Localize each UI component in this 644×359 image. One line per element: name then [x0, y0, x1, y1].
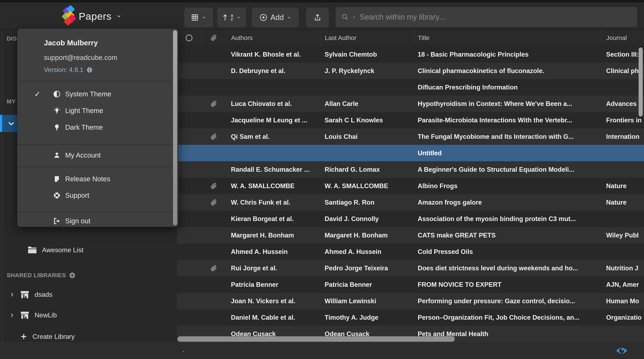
menu-item-support[interactable]: Support [17, 187, 178, 204]
table-row[interactable]: Untitled [177, 145, 644, 161]
attachment-column-header[interactable] [201, 29, 226, 46]
row-title: FROM NOVICE TO EXPERT [414, 276, 601, 293]
row-journal [601, 79, 644, 95]
papers-logo-icon [62, 6, 74, 26]
authors-column-header[interactable]: Authors [226, 29, 320, 46]
table-row[interactable]: Vikrant K. Bhosle et al. Sylvain Chemtob… [177, 46, 644, 63]
row-title: Performing under pressure: Gaze control,… [414, 293, 601, 309]
row-authors [226, 79, 320, 95]
table-row[interactable]: W. Chris Funk et al. Santiago R. Ron Ama… [177, 194, 644, 211]
info-icon[interactable] [86, 67, 93, 73]
table-row[interactable]: Qi Sam et al. Louis Chai The Fungal Myco… [177, 128, 644, 145]
journal-column-header[interactable]: Journal [601, 29, 644, 46]
row-authors: Patricia Benner [226, 276, 320, 293]
view-mode-button[interactable] [184, 8, 213, 27]
menu-scrollbar[interactable] [173, 30, 177, 225]
table-row[interactable]: Luca Chiovato et al. Allan Carle Hypothy… [177, 95, 644, 112]
menu-item-label: Support [65, 191, 89, 199]
chevron-right-icon [9, 292, 15, 298]
menu-item-system-theme[interactable]: ✓ System Theme [17, 86, 178, 102]
row-journal: Human Mo [601, 293, 644, 309]
last-author-column-header[interactable]: Last Author [320, 29, 414, 46]
sidebar-item-shared-library[interactable]: NewLib [0, 305, 177, 326]
chevron-down-icon [287, 15, 291, 20]
row-last-author: Sylvain Chemtob [320, 46, 414, 63]
row-journal: Frontiers in [601, 112, 644, 128]
table-row[interactable]: Rui Jorge et al. Pedro Jorge Teixeira Do… [177, 260, 644, 276]
app-logo[interactable]: Papers [62, 6, 122, 26]
row-authors: Luca Chiovato et al. [226, 95, 320, 112]
upload-button[interactable] [306, 8, 329, 27]
add-button[interactable]: Add [252, 8, 298, 27]
row-select-cell[interactable] [177, 211, 201, 227]
menu-item-release-notes[interactable]: Release Notes [17, 171, 178, 187]
shared-library-icon [20, 290, 30, 300]
row-journal: Nature [601, 194, 644, 211]
table-row[interactable]: D. Debruyne et al. J. P. Ryckelynck Clin… [177, 63, 644, 79]
row-authors: Daniel M. Cable et al. [226, 309, 320, 326]
row-select-cell[interactable] [177, 161, 201, 178]
menu-item-dark-theme[interactable]: Dark Theme [17, 119, 178, 136]
row-attachment-cell [201, 227, 226, 244]
table-row[interactable]: Randall E. Schumacker ... Richard G. Lom… [177, 161, 644, 178]
menu-item-my-account[interactable]: My Account [17, 147, 178, 164]
sort-arrow-icon [222, 13, 228, 21]
vertical-scrollbar[interactable] [638, 47, 643, 117]
topbar: Papers AZ Add [0, 2, 644, 29]
horizontal-scrollbar[interactable] [178, 336, 455, 342]
table-row[interactable]: Kieran Borgeat et al. David J. Connolly … [177, 211, 644, 227]
row-select-cell[interactable] [177, 260, 201, 276]
sort-button[interactable]: AZ [217, 8, 246, 27]
row-select-cell[interactable] [177, 79, 201, 95]
title-column-header[interactable]: Title [414, 29, 601, 46]
row-select-cell[interactable] [177, 227, 201, 244]
table-row[interactable]: Daniel M. Cable et al. Timothy A. Judge … [177, 309, 644, 326]
table-row[interactable]: Diflucan Prescribing Information [177, 79, 644, 95]
row-authors: Qi Sam et al. [226, 128, 320, 145]
paperclip-icon [211, 183, 217, 189]
row-last-author: Sarah C L Knowles [320, 112, 414, 128]
row-attachment-cell [201, 112, 226, 128]
row-select-cell[interactable] [177, 178, 201, 194]
row-last-author: Ahmed A. Hussein [320, 244, 414, 260]
table-row[interactable]: W. A. SMALLCOMBE W. A. SMALLCOMBE Albino… [177, 178, 644, 194]
paperclip-icon [211, 101, 217, 107]
menu-item-label: Dark Theme [65, 123, 103, 131]
menu-item-label: Light Theme [65, 107, 103, 115]
sidebar-item-awesome-list[interactable]: Awesome List [0, 242, 177, 258]
add-shared-library-icon[interactable] [69, 272, 76, 279]
row-select-cell[interactable] [177, 293, 201, 309]
row-last-author: Patricia Benner [320, 276, 414, 293]
table-row[interactable]: Patricia Benner Patricia Benner FROM NOV… [177, 276, 644, 293]
row-attachment-cell [201, 244, 226, 260]
row-select-cell[interactable] [177, 194, 201, 211]
chevron-down-icon [236, 15, 241, 20]
row-select-cell[interactable] [177, 112, 201, 128]
table-row[interactable]: Joan N. Vickers et al. William Lewinski … [177, 293, 644, 309]
row-title: Does diet strictness level during weeken… [414, 260, 601, 276]
search-bar[interactable] [336, 7, 637, 27]
search-input[interactable] [359, 12, 631, 22]
row-select-cell[interactable] [177, 95, 201, 112]
preview-eye-icon[interactable] [616, 346, 628, 355]
select-column-header[interactable] [177, 29, 201, 46]
row-select-cell[interactable] [177, 145, 201, 161]
sidebar-item-shared-library[interactable]: dsads [0, 284, 177, 305]
row-select-cell[interactable] [177, 276, 201, 293]
chevron-right-icon [9, 312, 15, 318]
row-select-cell[interactable] [177, 244, 201, 260]
row-authors [226, 145, 320, 161]
row-select-cell[interactable] [177, 128, 201, 145]
row-select-cell[interactable] [177, 46, 201, 63]
table-row[interactable]: Jacqueline M Leung et ... Sarah C L Know… [177, 112, 644, 128]
row-last-author: Santiago R. Ron [320, 194, 414, 211]
table-row[interactable]: Ahmed A. Hussein Ahmed A. Hussein Cold P… [177, 244, 644, 260]
row-select-cell[interactable] [177, 63, 201, 79]
menu-item-sign-out[interactable]: Sign out [17, 213, 178, 229]
table-row[interactable]: Margaret H. Bonham Margaret H. Bonham CA… [177, 227, 644, 244]
row-select-cell[interactable] [177, 309, 201, 326]
row-last-author: Louis Chai [320, 128, 414, 145]
sidebar-heading-shared-libraries: SHARED LIBRARIES [7, 272, 76, 279]
menu-item-light-theme[interactable]: Light Theme [17, 102, 178, 119]
plus-circle-icon [259, 13, 268, 22]
